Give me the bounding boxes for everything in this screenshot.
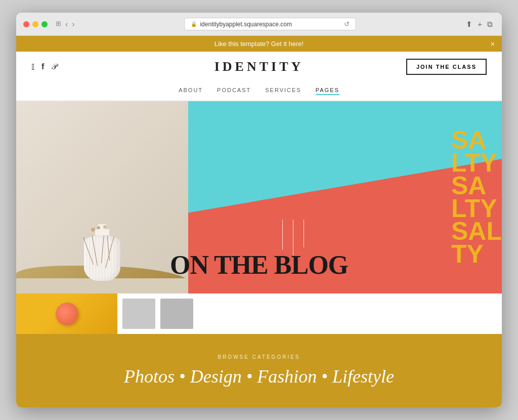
- back-icon[interactable]: ‹: [65, 20, 68, 29]
- announcement-text: Like this template? Get it here!: [214, 40, 304, 48]
- flag-sticks: [282, 220, 304, 255]
- browse-label: BROWSE CATEGORIES: [26, 354, 492, 360]
- nav-item-services[interactable]: SERVICES: [265, 87, 301, 95]
- refresh-icon[interactable]: ↺: [344, 20, 350, 28]
- close-button[interactable]: [23, 21, 29, 27]
- duplicate-tab-icon[interactable]: ⧉: [487, 20, 493, 29]
- maximize-button[interactable]: [41, 21, 48, 27]
- join-button[interactable]: JOIN THE CLASS: [406, 59, 487, 75]
- url-text: identitybyapplet.squarespace.com: [200, 21, 291, 28]
- blog-preview-mid: [117, 293, 502, 334]
- blog-preview-yellow[interactable]: [16, 293, 117, 334]
- instagram-icon[interactable]: 𝕀: [31, 62, 34, 72]
- share-icon[interactable]: ⬆: [466, 20, 472, 29]
- categories-items: Photos • Design • Fashion • Lifestyle: [26, 366, 492, 387]
- new-tab-icon[interactable]: +: [478, 20, 482, 29]
- site-header: 𝕀 f 𝒫 IDENTITY JOIN THE CLASS: [16, 52, 502, 82]
- hero-left-image: [16, 101, 188, 293]
- below-hero-row: [16, 293, 502, 334]
- social-icons: 𝕀 f 𝒫: [31, 62, 57, 72]
- traffic-lights: [23, 21, 48, 27]
- vase-body: [84, 235, 120, 281]
- nav-item-about[interactable]: ABOUT: [179, 87, 203, 95]
- browser-window: ⊞ ‹ › 🔒 identitybyapplet.squarespace.com…: [16, 13, 502, 407]
- hero-section: SA LTY SA LTY SAL TY: [16, 101, 502, 293]
- browser-titlebar: ⊞ ‹ › 🔒 identitybyapplet.squarespace.com…: [16, 13, 502, 35]
- window-switcher-icon[interactable]: ⊞: [56, 20, 61, 29]
- categories-section: BROWSE CATEGORIES Photos • Design • Fash…: [16, 334, 502, 407]
- browser-actions: ⬆ + ⧉: [466, 20, 493, 29]
- blog-preview-thumb-2[interactable]: [160, 299, 193, 329]
- nav-item-pages[interactable]: PAGES: [316, 87, 339, 95]
- salty-letters: SA LTY SA LTY SAL TY: [451, 129, 502, 266]
- pinterest-icon[interactable]: 𝒫: [51, 62, 57, 71]
- salty-row-6: TY: [451, 243, 502, 266]
- forward-icon[interactable]: ›: [72, 20, 74, 29]
- facebook-icon[interactable]: f: [41, 62, 44, 71]
- browser-chrome: ⊞ ‹ › 🔒 identitybyapplet.squarespace.com…: [16, 13, 502, 36]
- join-button-wrapper: JOIN THE CLASS: [406, 59, 487, 75]
- minimize-button[interactable]: [32, 21, 38, 27]
- orange-circle-decoration: [56, 303, 78, 325]
- blog-preview-thumb-1[interactable]: [122, 299, 155, 329]
- site-content: Like this template? Get it here! × 𝕀 f 𝒫…: [16, 36, 502, 407]
- blog-title-overlay: ON THE BLOG: [170, 252, 348, 278]
- blog-title: ON THE BLOG: [170, 252, 348, 278]
- site-nav: ABOUT PODCAST SERVICES PAGES: [16, 82, 502, 101]
- announcement-bar: Like this template? Get it here! ×: [16, 36, 502, 52]
- announcement-close-button[interactable]: ×: [491, 40, 495, 48]
- nav-item-podcast[interactable]: PODCAST: [217, 87, 251, 95]
- vase-neck: [95, 229, 109, 235]
- site-logo[interactable]: IDENTITY: [214, 59, 304, 74]
- lock-icon: 🔒: [191, 21, 197, 27]
- address-bar[interactable]: 🔒 identitybyapplet.squarespace.com ↺: [184, 18, 356, 30]
- salty-text-container: SA LTY SA LTY SAL TY: [401, 101, 502, 293]
- vase-background: [16, 101, 188, 293]
- address-bar-wrapper: 🔒 identitybyapplet.squarespace.com ↺: [80, 18, 461, 30]
- yellow-preview-image: [16, 293, 117, 334]
- browser-controls: ⊞ ‹ ›: [56, 20, 75, 29]
